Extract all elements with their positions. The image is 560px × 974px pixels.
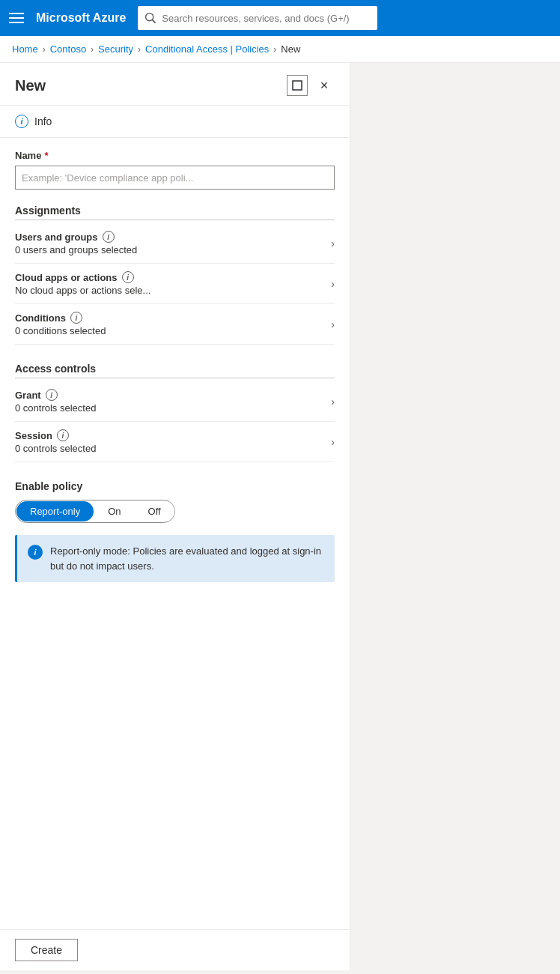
conditions-chevron: › — [331, 318, 335, 330]
panel-actions: × — [287, 75, 335, 96]
maximize-icon — [292, 80, 302, 91]
new-policy-panel: New × i Info Name * — [0, 63, 350, 970]
users-groups-subtitle: 0 users and groups selected — [15, 244, 137, 255]
main-container: New × i Info Name * — [0, 63, 560, 970]
breadcrumb-sep-4: › — [273, 44, 276, 55]
session-title: Session i — [15, 429, 96, 441]
users-groups-item[interactable]: Users and groups i 0 users and groups se… — [15, 223, 335, 264]
breadcrumb-security[interactable]: Security — [98, 43, 133, 55]
cloud-apps-info-icon: i — [122, 271, 134, 283]
cloud-apps-subtitle: No cloud apps or actions sele... — [15, 285, 150, 296]
session-item[interactable]: Session i 0 controls selected › — [15, 422, 335, 462]
info-section-label: Info — [34, 115, 52, 127]
info-section-icon: i — [15, 115, 28, 128]
grant-left: Grant i 0 controls selected — [15, 389, 96, 414]
enable-policy-label: Enable policy — [15, 480, 335, 492]
required-indicator: * — [44, 150, 48, 161]
breadcrumb-sep-1: › — [43, 44, 46, 55]
top-navigation-bar: Microsoft Azure — [0, 0, 560, 36]
name-label: Name * — [15, 150, 335, 161]
session-chevron: › — [331, 436, 335, 448]
search-icon — [145, 13, 156, 23]
name-input[interactable] — [15, 166, 335, 190]
breadcrumb: Home › Contoso › Security › Conditional … — [0, 36, 560, 63]
name-form-group: Name * — [15, 150, 335, 190]
access-controls-section: Access controls Grant i 0 controls selec… — [15, 363, 335, 462]
grant-item[interactable]: Grant i 0 controls selected › — [15, 381, 335, 422]
conditions-title: Conditions i — [15, 312, 106, 324]
panel-title: New — [15, 77, 46, 94]
close-button[interactable]: × — [314, 75, 335, 96]
assignments-section: Assignments Users and groups i 0 users a… — [15, 205, 335, 345]
breadcrumb-contoso[interactable]: Contoso — [50, 43, 86, 55]
breadcrumb-sep-3: › — [138, 44, 141, 55]
panel-content[interactable]: Name * Assignments Users and groups i 0 … — [0, 138, 350, 929]
search-input[interactable] — [162, 13, 370, 24]
cloud-apps-title: Cloud apps or actions i — [15, 271, 150, 283]
info-bar: i Info — [0, 106, 350, 138]
cloud-apps-left: Cloud apps or actions i No cloud apps or… — [15, 271, 150, 296]
conditions-info-icon: i — [70, 312, 82, 324]
toggle-on[interactable]: On — [94, 501, 134, 521]
breadcrumb-sep-2: › — [91, 44, 94, 55]
session-info-icon: i — [57, 429, 69, 441]
panel-footer: Create — [0, 929, 350, 970]
users-groups-left: Users and groups i 0 users and groups se… — [15, 231, 137, 255]
conditions-left: Conditions i 0 conditions selected — [15, 312, 106, 336]
grant-subtitle: 0 controls selected — [15, 402, 96, 414]
conditions-item[interactable]: Conditions i 0 conditions selected › — [15, 304, 335, 345]
breadcrumb-policies[interactable]: Conditional Access | Policies — [145, 43, 269, 55]
info-box-icon: i — [28, 545, 43, 560]
session-left: Session i 0 controls selected — [15, 429, 96, 454]
breadcrumb-current: New — [281, 43, 300, 55]
maximize-button[interactable] — [287, 75, 308, 96]
policy-toggle-group[interactable]: Report-only On Off — [15, 500, 175, 523]
users-groups-title: Users and groups i — [15, 231, 137, 243]
cloud-apps-item[interactable]: Cloud apps or actions i No cloud apps or… — [15, 264, 335, 304]
enable-policy-section: Enable policy Report-only On Off i Repor… — [15, 480, 335, 582]
info-box-text: Report-only mode: Policies are evaluated… — [50, 544, 324, 573]
cloud-apps-chevron: › — [331, 278, 335, 290]
report-only-info-box: i Report-only mode: Policies are evaluat… — [15, 535, 335, 582]
users-groups-info-icon: i — [103, 231, 115, 243]
breadcrumb-home[interactable]: Home — [12, 43, 38, 55]
right-background-area — [350, 63, 560, 970]
assignments-heading: Assignments — [15, 205, 335, 220]
grant-title: Grant i — [15, 389, 96, 401]
grant-info-icon: i — [46, 389, 58, 401]
azure-logo: Microsoft Azure — [36, 11, 126, 25]
toggle-report-only[interactable]: Report-only — [16, 501, 94, 521]
create-button[interactable]: Create — [15, 939, 78, 961]
access-controls-heading: Access controls — [15, 363, 335, 378]
hamburger-menu[interactable] — [9, 13, 24, 23]
toggle-off[interactable]: Off — [135, 501, 174, 521]
users-groups-chevron: › — [331, 238, 335, 249]
session-subtitle: 0 controls selected — [15, 443, 96, 454]
panel-header: New × — [0, 63, 350, 106]
grant-chevron: › — [331, 396, 335, 408]
global-search-bar[interactable] — [138, 6, 377, 30]
svg-rect-0 — [293, 81, 302, 90]
conditions-subtitle: 0 conditions selected — [15, 325, 106, 336]
